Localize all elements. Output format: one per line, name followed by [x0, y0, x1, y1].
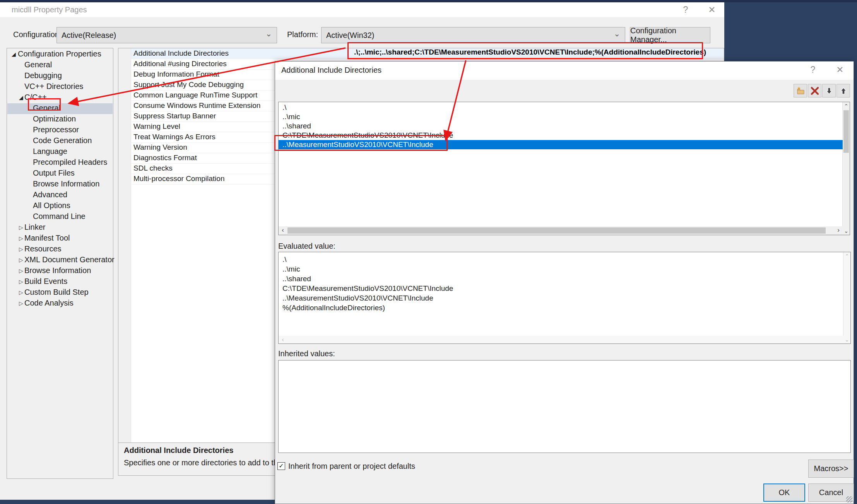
property-row-label: Debug Information Format [133, 70, 219, 79]
scroll-down-icon[interactable]: ⌄ [843, 336, 850, 343]
ok-button[interactable]: OK [763, 483, 805, 502]
scroll-up-icon[interactable]: ⌃ [843, 252, 850, 260]
property-row-label: Consume Windows Runtime Extension [133, 101, 260, 110]
tree-item-label: Precompiled Headers [33, 158, 107, 167]
resize-grip[interactable] [846, 496, 852, 502]
tree-item-preprocessor[interactable]: Preprocessor [7, 125, 113, 136]
tree-item-label: All Options [33, 201, 70, 210]
tree-item-precompiled-headers[interactable]: Precompiled Headers [7, 157, 113, 168]
configuration-value: Active(Release) [62, 31, 116, 40]
tree-item-debugging[interactable]: Debugging [7, 71, 113, 82]
delete-line-button[interactable] [808, 84, 821, 97]
evaluated-line: %(AdditionalIncludeDirectories) [282, 304, 385, 312]
dialog-titlebar[interactable]: Additional Include Directories ? ✕ [275, 62, 854, 80]
list-vertical-scrollbar[interactable]: ⌃ ⌄ [842, 102, 850, 235]
tree-item-browse-information[interactable]: Browse Information [7, 179, 113, 190]
scroll-left-icon[interactable]: ‹ [279, 226, 287, 235]
tree-item-advanced[interactable]: Advanced [7, 190, 113, 201]
tree-item-linker[interactable]: ▷Linker [7, 222, 113, 233]
tree-item-label: C/C++ [24, 93, 47, 102]
new-line-button[interactable] [794, 84, 807, 97]
property-row-label: Additional #using Directories [133, 60, 227, 68]
evaluated-line: ..\shared [282, 275, 311, 283]
dialog-title: Additional Include Directories [281, 66, 381, 75]
tree-item-output-files[interactable]: Output Files [7, 168, 113, 179]
evaluated-value-box[interactable]: ⌃ ⌄ ‹ .\..\mic..\sharedC:\TDE\Measuremen… [278, 252, 851, 344]
tree-item-general[interactable]: General [7, 60, 113, 71]
tree-collapsed-icon: ▷ [19, 300, 23, 306]
tree-item-c-c-[interactable]: ◢C/C++ [7, 92, 113, 103]
tree-item-command-line[interactable]: Command Line [7, 212, 113, 222]
directory-list-item[interactable]: ..\MeasurementStudioVS2010\VCNET\Include [279, 140, 843, 149]
tree-item-label: Browse Information [33, 179, 99, 188]
tree-item-general[interactable]: General [7, 103, 113, 114]
property-row-label: Suppress Startup Banner [133, 112, 216, 120]
inherited-values-box[interactable] [278, 360, 851, 453]
tree-item-resources[interactable]: ▷Resources [7, 244, 113, 255]
directory-list-item[interactable]: C:\TDE\MeasurementStudioVS2010\VCNET\Inc… [279, 131, 843, 140]
dialog-close-button[interactable]: ✕ [832, 65, 848, 75]
property-row-label: Additional Include Directories [133, 49, 229, 58]
directory-list-item[interactable]: ..\shared [279, 121, 843, 131]
scroll-right-icon[interactable]: › [834, 226, 843, 235]
inherit-checkbox[interactable]: ✓ [277, 462, 285, 470]
property-row-label: Treat Warnings As Errors [133, 133, 216, 141]
move-up-button[interactable] [836, 84, 850, 97]
scrollbar-thumb[interactable] [843, 110, 849, 153]
evaluated-vertical-scrollbar[interactable]: ⌃ ⌄ [843, 252, 850, 343]
property-description-text: Specifies one or more directories to add… [124, 458, 290, 467]
tree-item-vc-directories[interactable]: VC++ Directories [7, 82, 113, 92]
platform-select[interactable]: Active(Win32) ⌄ [321, 27, 625, 43]
tree-collapsed-icon: ▷ [19, 246, 23, 252]
directories-listbox[interactable]: ⌃ ⌄ ‹ › .\..\mic..\sharedC:\TDE\Measurem… [278, 102, 850, 235]
tree-collapsed-icon: ▷ [19, 268, 23, 274]
window-titlebar[interactable]: micdll Property Pages ? ✕ [0, 2, 724, 17]
new-folder-icon [796, 86, 805, 96]
tree-item-label: Optimization [33, 114, 76, 123]
scrollbar-thumb[interactable] [287, 227, 826, 234]
macros-button[interactable]: Macros>> [808, 460, 854, 478]
chevron-down-icon: ⌄ [614, 29, 620, 38]
directory-list-item[interactable]: ..\mic [279, 112, 843, 121]
window-close-button[interactable]: ✕ [704, 5, 720, 15]
additional-include-directories-value[interactable]: .\;..\mic;..\shared;C:\TDE\MeasurementSt… [354, 48, 706, 56]
scroll-left-icon[interactable]: ‹ [279, 336, 287, 344]
dialog-help-button[interactable]: ? [805, 65, 821, 75]
tree-item-browse-information[interactable]: ▷Browse Information [7, 266, 113, 277]
tree-item-optimization[interactable]: Optimization [7, 114, 113, 125]
tree-item-label: Language [33, 147, 67, 156]
configuration-select[interactable]: Active(Release) ⌄ [56, 27, 277, 43]
tree-item-configuration-properties[interactable]: ◢Configuration Properties [7, 49, 113, 60]
list-horizontal-scrollbar[interactable]: ‹ › [279, 226, 843, 235]
property-description-title: Additional Include Directories [124, 446, 233, 455]
additional-include-directories-dialog: Additional Include Directories ? ✕ ⌃ ⌄ [275, 61, 854, 504]
scroll-down-icon[interactable]: ⌄ [843, 227, 850, 235]
tree-item-custom-build-step[interactable]: ▷Custom Build Step [7, 287, 113, 298]
property-row-label: Multi-processor Compilation [133, 174, 224, 183]
property-row-label: Support Just My Code Debugging [133, 80, 244, 89]
tree-item-code-analysis[interactable]: ▷Code Analysis [7, 298, 113, 309]
evaluated-line: ..\mic [282, 265, 300, 273]
tree-item-language[interactable]: Language [7, 147, 113, 157]
tree-item-label: Configuration Properties [18, 50, 101, 58]
tree-expanded-icon: ◢ [12, 51, 16, 57]
tree-item-label: Manifest Tool [24, 234, 70, 243]
property-row-label: SDL checks [133, 164, 173, 173]
tree-item-manifest-tool[interactable]: ▷Manifest Tool [7, 233, 113, 244]
tree-item-all-options[interactable]: All Options [7, 201, 113, 212]
tree-item-build-events[interactable]: ▷Build Events [7, 277, 113, 287]
move-down-button[interactable] [822, 84, 836, 97]
tree-item-label: General [24, 60, 52, 69]
scroll-up-icon[interactable]: ⌃ [843, 102, 850, 110]
window-help-button[interactable]: ? [678, 5, 693, 15]
tree-item-label: General [33, 104, 60, 113]
tree-item-label: Build Events [24, 277, 67, 286]
evaluated-horizontal-scrollbar[interactable]: ‹ [279, 336, 843, 343]
configuration-manager-button[interactable]: Configuration Manager... [630, 27, 710, 43]
directory-list-item[interactable]: .\ [279, 103, 843, 112]
tree-item-label: Command Line [33, 212, 86, 221]
tree-item-xml-document-generator[interactable]: ▷XML Document Generator [7, 255, 113, 266]
tree-item-label: Preprocessor [33, 125, 79, 134]
tree-item-code-generation[interactable]: Code Generation [7, 136, 113, 147]
property-row-label: Common Language RunTime Support [133, 91, 257, 99]
